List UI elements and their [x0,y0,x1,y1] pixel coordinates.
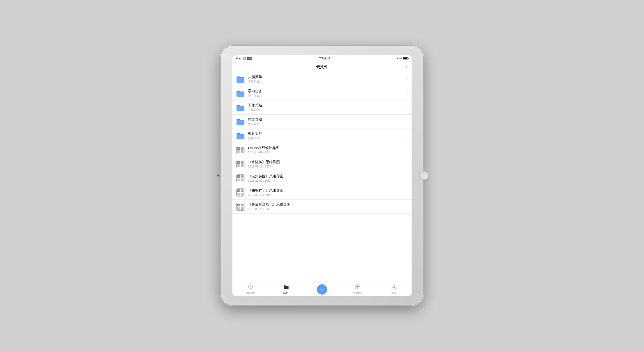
icon-cell: 思 [237,147,240,150]
icon-cell [241,204,244,206]
file-item[interactable]: 思 《鲁滨逊漂流记》思维导图 2018-09-20 / 25K [232,200,412,214]
file-date: 2018-09-18 / 355K [248,193,408,196]
folder-icon [236,103,245,112]
wifi-icon: 📶 [243,57,246,60]
plus-icon: + [320,286,324,292]
svg-point-5 [393,285,394,287]
tab-mine[interactable]: 我的 [376,284,412,295]
tab-cloud-label: 云文件 [283,291,290,294]
folder-text: 思维导图 思维导图/ [248,117,405,126]
tab-community[interactable]: 导图社区 [340,284,376,295]
folder-item[interactable]: 思维导图 思维导图/ › [232,115,412,129]
mindmap-icon: 思 [236,188,244,196]
svg-rect-2 [358,285,360,287]
file-text: 《认知突围》思维导图 2018-10-09 / 30K [248,174,408,182]
status-left: iPad 📶 VPN [236,57,252,60]
icon-cell [237,207,240,210]
mindmap-icon: 思 [236,146,244,154]
icon-cell [237,150,240,153]
grid-icon [355,284,360,291]
file-date: 2018-10-09 / 22K [248,151,408,154]
file-name: 《鲁滨逊漂流记》思维导图 [248,202,408,207]
clock-icon [248,284,253,291]
icon-cell [237,164,240,167]
file-name: 《水浒传》思维导图 [248,160,408,164]
folder-path: 工作总结/ [248,108,405,112]
folder-tab-icon [283,284,289,290]
file-text: Online在线设计导图 2018-10-09 / 22K [248,146,408,154]
mindmap-icon: 思 [236,174,244,182]
icon-cell [241,207,244,210]
folder-icon [236,132,245,140]
battery-fill [403,58,407,60]
file-text: 《鲁滨逊漂流记》思维导图 2018-09-20 / 25K [248,202,408,211]
file-name: 《认知突围》思维导图 [248,174,408,179]
file-icon: 思 [236,202,245,211]
file-date: 2018-09-17 / 227K [248,165,408,168]
status-time: 下午3:40 [319,57,330,61]
folder-text: 头脑风暴 头脑风暴/ [248,75,405,84]
folder-item[interactable]: 工作总结 工作总结/ › [232,101,412,115]
chevron-right-icon: › [407,106,408,109]
add-center-button[interactable]: + [317,284,327,295]
file-text: 《水浒传》思维导图 2018-09-17 / 227K [248,160,408,168]
tab-cloud[interactable]: 云文件 [268,284,304,294]
files-section: 思 Online在线设计导图 2018-10-09 / 22K 思 《水浒传》思… [232,143,412,214]
home-button[interactable] [420,171,428,180]
ipad-device: iPad 📶 VPN 下午3:40 94% ‹ 云文件 + [221,46,423,305]
add-button[interactable]: + [401,64,408,70]
folder-text: 工作总结 工作总结/ [248,103,405,112]
folder-text: 学习任务 学习任务/ [248,89,405,98]
file-name: 《骆驼祥子》思维导图 [248,188,408,193]
file-date: 2018-10-09 / 30K [248,179,408,182]
icon-cell [241,179,244,181]
device-name-label: iPad [236,57,242,60]
file-icon: 思 [236,188,245,197]
status-right: 94% [396,57,408,60]
mindmap-icon: 思 [236,160,244,168]
svg-rect-3 [356,287,358,289]
folder-path: 教育文件/ [248,136,405,140]
folder-name: 工作总结 [248,103,405,108]
svg-rect-4 [358,287,360,289]
folder-item[interactable]: 学习任务 学习任务/ › [232,86,412,101]
icon-cell [241,161,244,164]
chevron-right-icon: › [407,92,408,95]
folder-item[interactable]: 教育文件 教育文件/ › [232,129,412,143]
icon-cell [241,164,244,167]
camera-dot [217,175,219,176]
file-item[interactable]: 思 《骆驼祥子》思维导图 2018-09-18 / 355K [232,185,412,200]
battery-icon [402,57,408,60]
folder-path: 学习任务/ [248,94,405,98]
vpn-badge: VPN [247,57,252,60]
chevron-right-icon: › [407,120,408,124]
file-item[interactable]: 思 《认知突围》思维导图 2018-10-09 / 30K [232,171,412,185]
icon-cell [241,189,244,192]
screen-bezel: iPad 📶 VPN 下午3:40 94% ‹ 云文件 + [232,55,412,296]
tab-recent[interactable]: 最近浏览 [232,284,268,295]
chevron-right-icon: › [407,77,408,81]
back-button[interactable]: ‹ [236,64,243,69]
file-item[interactable]: 思 《水浒传》思维导图 2018-09-17 / 227K [232,157,412,171]
file-text: 《骆驼祥子》思维导图 2018-09-18 / 355K [248,188,408,196]
file-icon: 思 [236,146,245,154]
file-name: Online在线设计导图 [248,146,408,150]
file-icon: 思 [236,160,245,168]
tab-recent-label: 最近浏览 [246,291,255,295]
folders-section: 头脑风暴 头脑风暴/ › 学习任务 学习任务/ › 工作总结 工作总 [232,72,412,143]
folder-name: 教育文件 [248,131,405,136]
tab-add[interactable]: + [304,284,340,295]
icon-cell [237,193,240,196]
status-bar: iPad 📶 VPN 下午3:40 94% [232,55,412,62]
folder-text: 教育文件 教育文件/ [248,131,405,140]
icon-cell [241,150,244,153]
file-item[interactable]: 思 Online在线设计导图 2018-10-09 / 22K [232,143,412,157]
person-icon [391,284,396,291]
app-screen: iPad 📶 VPN 下午3:40 94% ‹ 云文件 + [232,55,412,296]
folder-icon [236,75,245,84]
folder-item[interactable]: 头脑风暴 头脑风暴/ › [232,72,412,86]
tab-community-label: 导图社区 [353,291,362,295]
icon-cell: 思 [237,204,240,206]
file-date: 2018-09-20 / 25K [248,207,408,211]
icon-cell [237,179,240,181]
